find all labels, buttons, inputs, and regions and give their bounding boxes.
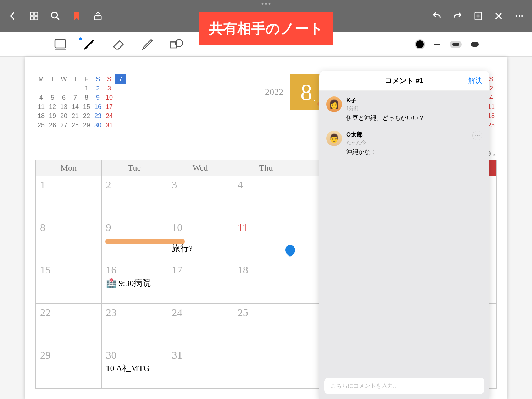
more-button[interactable] (514, 10, 525, 22)
calendar-cell[interactable]: 22 (36, 304, 102, 346)
pen-color-black[interactable] (415, 39, 425, 49)
mini-cal-day[interactable]: 1 (81, 84, 92, 93)
svg-rect-0 (31, 12, 33, 15)
comment-input[interactable] (324, 378, 484, 394)
mini-cal-day[interactable]: 5 (47, 93, 58, 102)
mini-cal-day[interactable]: 8 (81, 93, 92, 102)
calendar-cell[interactable]: 3010 A社MTG (101, 346, 167, 389)
mini-cal-day[interactable] (35, 84, 47, 93)
mini-cal-day[interactable]: 27 (58, 121, 70, 130)
svg-point-12 (516, 15, 517, 17)
highlighter-tool[interactable] (140, 37, 155, 51)
mini-cal-day[interactable]: 6 (58, 93, 70, 102)
handwritten-note: 旅行? (172, 243, 229, 254)
mini-cal-day[interactable]: 9 (92, 93, 104, 102)
mini-cal-day[interactable]: 15 (81, 102, 92, 111)
pen-size-medium[interactable] (450, 41, 462, 48)
calendar-cell[interactable]: 24 (167, 304, 233, 346)
comment-menu-button[interactable]: ⋯ (472, 131, 482, 140)
mini-cal-day[interactable]: 20 (58, 111, 70, 121)
mini-cal-day[interactable]: 21 (70, 111, 81, 121)
svg-rect-1 (35, 12, 38, 15)
mini-cal-day[interactable]: 16 (92, 102, 104, 111)
calendar-cell[interactable]: 8 (36, 218, 102, 261)
calendar-cell[interactable]: 15 (36, 261, 102, 304)
mini-cal-day[interactable]: 13 (58, 102, 70, 111)
bookmark-icon[interactable] (71, 10, 82, 22)
share-button[interactable] (92, 10, 104, 22)
calendar-cell[interactable]: 1 (36, 176, 102, 218)
mini-cal-day[interactable]: 23 (92, 111, 104, 121)
mini-cal-day[interactable]: 19 (47, 111, 58, 121)
undo-button[interactable] (431, 10, 443, 22)
calendar-cell[interactable]: 29 (36, 346, 102, 389)
mini-cal-day[interactable]: 2 (92, 84, 104, 93)
calendar-cell[interactable] (233, 346, 299, 389)
mini-cal-day[interactable]: 14 (70, 102, 81, 111)
mini-cal-day[interactable] (58, 84, 70, 93)
thumbnails-button[interactable] (28, 10, 40, 22)
mini-calendar-prev[interactable]: MTWTFSS712345678910111213141516171819202… (35, 74, 126, 130)
mini-cal-day[interactable]: 29 (81, 121, 92, 130)
mini-cal-day[interactable]: 22 (81, 111, 92, 121)
mini-cal-day[interactable]: 3 (104, 84, 115, 93)
pen-size-thin[interactable] (434, 44, 440, 45)
day-number: 25 (238, 306, 295, 318)
pen-tool[interactable]: ✱ (82, 37, 96, 51)
mini-cal-day[interactable]: 12 (47, 102, 58, 111)
svg-line-5 (57, 17, 59, 20)
mini-cal-day[interactable]: 10 (104, 93, 115, 102)
month-number: 8 (300, 79, 312, 106)
mini-cal-day[interactable] (70, 84, 81, 93)
shapes-tool[interactable] (170, 37, 184, 51)
calendar-cell[interactable]: 25 (233, 304, 299, 346)
svg-rect-2 (31, 17, 33, 20)
mini-cal-day[interactable]: 4 (35, 93, 47, 102)
mini-cal-header: S (104, 74, 115, 84)
calendar-cell[interactable]: 11 (233, 218, 299, 261)
calendar-cell[interactable]: 31 (167, 346, 233, 389)
mini-cal-day[interactable]: 30 (92, 121, 104, 130)
day-number: 15 (40, 264, 97, 276)
bluetooth-icon: ✱ (79, 37, 82, 41)
comment-pin-icon[interactable] (285, 245, 295, 255)
weekday-header: Wed (167, 160, 233, 176)
mini-cal-day[interactable]: 28 (70, 121, 81, 130)
calendar-cell[interactable]: 10旅行? (167, 218, 233, 261)
window-handle-icon[interactable] (262, 3, 271, 5)
back-button[interactable] (7, 10, 18, 22)
day-number: 17 (172, 264, 229, 276)
eraser-tool[interactable] (111, 37, 126, 51)
calendar-cell[interactable]: 9 (101, 218, 167, 261)
read-mode-button[interactable] (53, 37, 67, 51)
pen-size-thick[interactable] (471, 42, 479, 47)
calendar-cell[interactable]: 16🏥 9:30病院 (101, 261, 167, 304)
mini-cal-today: 7 (115, 74, 126, 84)
mini-cal-day[interactable]: 24 (104, 111, 115, 121)
day-number: 9 (106, 221, 163, 233)
weekday-header: Mon (36, 160, 102, 176)
mini-cal-day[interactable]: 18 (35, 111, 47, 121)
calendar-cell[interactable]: 4 (233, 176, 299, 218)
mini-cal-day[interactable]: 25 (35, 121, 47, 130)
mini-cal-day[interactable]: 31 (104, 121, 115, 130)
day-number: 4 (238, 179, 295, 191)
day-number: 3 (172, 179, 229, 191)
resolve-button[interactable]: 解決 (468, 76, 482, 85)
mini-cal-day[interactable] (47, 84, 58, 93)
redo-button[interactable] (452, 10, 463, 22)
calendar-cell[interactable]: 18 (233, 261, 299, 304)
mini-cal-day[interactable]: 7 (70, 93, 81, 102)
calendar-cell[interactable]: 2 (101, 176, 167, 218)
mini-cal-day[interactable]: 11 (35, 102, 47, 111)
close-toolbar-button[interactable] (493, 10, 504, 22)
mini-cal-day[interactable]: 26 (47, 121, 58, 130)
comment-author: K子 (346, 96, 482, 105)
mini-cal-day[interactable]: 17 (104, 102, 115, 111)
calendar-cell[interactable]: 17 (167, 261, 233, 304)
calendar-cell[interactable]: 3 (167, 176, 233, 218)
calendar-cell[interactable]: 23 (101, 304, 167, 346)
search-button[interactable] (50, 10, 61, 22)
comments-panel: コメント #1 解決 👩 K子 1分前 伊豆と沖縄、どっちがいい？ 👨 O太郎 … (319, 71, 489, 399)
add-page-button[interactable] (472, 10, 484, 22)
